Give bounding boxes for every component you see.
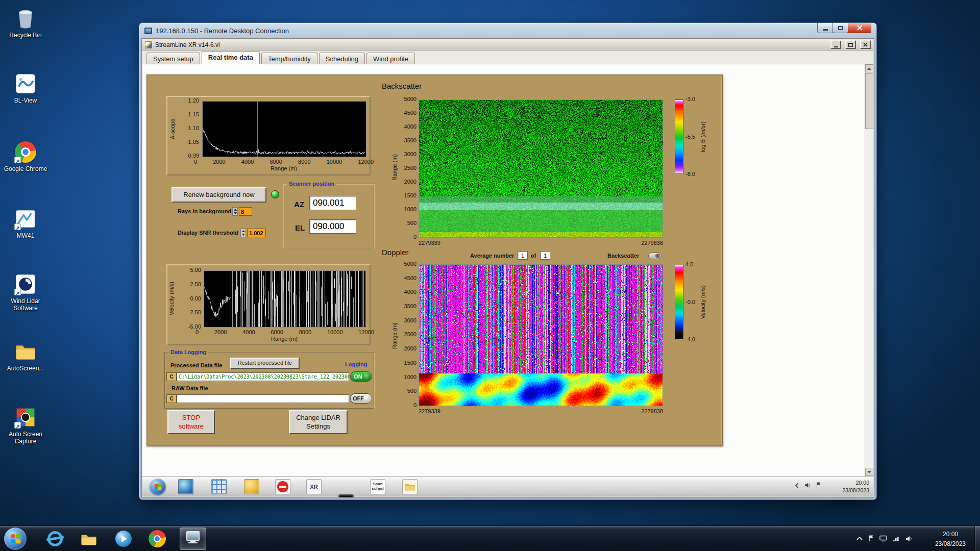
tab-system-setup[interactable]: System setup: [146, 53, 200, 64]
desktop-icon-autoscreen-folder[interactable]: AutoScreen...: [3, 339, 48, 372]
xr-launcher-icon[interactable]: XR: [306, 479, 322, 494]
snr-threshold-label: Display SNR threshold: [178, 230, 238, 236]
tick-label: 500: [407, 220, 416, 226]
desktop-icon-recycle-bin[interactable]: Recycle Bin: [3, 6, 48, 39]
explorer-folder-icon[interactable]: [402, 479, 418, 494]
volume-icon[interactable]: [905, 536, 913, 542]
snr-value-field[interactable]: 1.002: [247, 229, 266, 237]
rdp-titlebar[interactable]: 192.168.0.150 - Remote Desktop Connectio…: [139, 23, 876, 38]
scan-scheduler-icon[interactable]: Scan sched: [370, 479, 385, 494]
remote-desktop: StreamLine XR v14-6.vi System setup Real…: [141, 38, 874, 497]
velocity-y-ticks: 5.002.500.00-2.50-5.00: [178, 267, 201, 330]
stop-software-button[interactable]: STOP software: [167, 410, 215, 434]
processed-data-file-label: Processed Data file: [170, 362, 223, 368]
display-icon[interactable]: [879, 535, 887, 542]
chevron-left-icon[interactable]: [794, 483, 800, 488]
processed-logging-toggle[interactable]: ON: [350, 371, 372, 382]
raw-logging-toggle[interactable]: OFF: [350, 393, 372, 404]
average-total-field[interactable]: 1: [540, 251, 550, 260]
shortcut-arrow-icon: [14, 157, 21, 163]
tick-label: 4000: [404, 124, 416, 130]
el-value-field[interactable]: 090.000: [309, 219, 356, 234]
doppler-heatmap[interactable]: [419, 264, 663, 406]
az-value-field[interactable]: 090.001: [309, 196, 356, 210]
remote-grid-app-icon[interactable]: [211, 479, 227, 494]
tick-label: -0.0: [685, 299, 695, 305]
desktop-icon-bl-view[interactable]: BL-View: [3, 71, 48, 105]
app-window: StreamLine XR v14-6.vi System setup Real…: [141, 38, 874, 497]
desktop-icon-wind-lidar[interactable]: Wind Lidar Software: [3, 272, 48, 312]
scroll-up-arrow[interactable]: [865, 64, 873, 72]
stop-sign-icon[interactable]: [275, 479, 290, 494]
ascope-plot[interactable]: [202, 101, 366, 157]
tick-label: 5000: [404, 96, 416, 102]
raw-path-drive-button[interactable]: C: [166, 394, 177, 403]
app-restore-button[interactable]: [845, 40, 856, 49]
velocity-plot[interactable]: [204, 270, 366, 328]
desktop-icon-mw41[interactable]: MW41: [3, 207, 48, 240]
tick-label: 0: [413, 234, 416, 240]
chrome-taskbar-icon[interactable]: [147, 529, 167, 549]
file-explorer-icon[interactable]: [79, 529, 99, 549]
raw-path-field[interactable]: [177, 394, 349, 403]
tab-wind-profile[interactable]: Wind profile: [366, 53, 415, 64]
processed-path-field[interactable]: C:\Lidar\Data\Proc\2023\202308\20230823\…: [177, 372, 349, 381]
maximize-button[interactable]: [832, 23, 848, 33]
media-player-icon[interactable]: [113, 529, 134, 549]
internet-explorer-icon[interactable]: [45, 529, 65, 549]
backscatter-heatmap[interactable]: [419, 99, 663, 238]
data-logging-group: Data Logging Processed Data file Restart…: [164, 352, 375, 409]
gold-app-icon[interactable]: [244, 479, 259, 494]
volume-icon[interactable]: [804, 482, 811, 488]
rays-value-field[interactable]: 8: [239, 207, 252, 216]
close-button[interactable]: [848, 23, 871, 33]
app-close-button[interactable]: [860, 40, 871, 49]
rays-value: 8: [241, 209, 244, 215]
tick-label: 3500: [404, 304, 416, 309]
minimize-button[interactable]: [817, 23, 833, 33]
tab-real-time-data[interactable]: Real time data: [202, 51, 260, 64]
tick-label: 500: [407, 388, 416, 394]
app-minimize-button[interactable]: [830, 40, 841, 49]
remote-start-button[interactable]: [150, 479, 166, 495]
desktop-icon-auto-screen-capture[interactable]: Auto Screen Capture: [3, 405, 48, 445]
tab-scheduling[interactable]: Scheduling: [319, 53, 365, 64]
rays-spinner[interactable]: [232, 207, 238, 216]
desktop-icon-google-chrome[interactable]: Google Chrome: [3, 140, 48, 173]
action-center-flag-icon[interactable]: [868, 535, 874, 542]
scroll-down-arrow[interactable]: [865, 468, 873, 476]
app-titlebar[interactable]: StreamLine XR v14-6.vi: [142, 39, 873, 51]
tick-label: 10000: [327, 329, 343, 335]
command-prompt-icon[interactable]: [338, 494, 354, 497]
tray-expand-icon[interactable]: [856, 536, 863, 541]
snr-spinner[interactable]: [240, 229, 246, 237]
drive-letter: C: [169, 396, 173, 402]
of-label: of: [531, 253, 536, 259]
average-number-field[interactable]: 1: [518, 251, 528, 260]
taskbar-clock[interactable]: 20:00 23/08/2023: [935, 530, 966, 548]
show-desktop-button[interactable]: [974, 526, 980, 551]
tick-label: 1.20: [188, 98, 199, 104]
network-app-icon[interactable]: [178, 479, 193, 494]
tick-label: 0: [195, 329, 199, 335]
tab-temp-humidity[interactable]: Temp/humidity: [261, 53, 317, 64]
flag-icon[interactable]: [816, 482, 821, 488]
backscatter-toggle-switch[interactable]: [648, 253, 662, 259]
start-button[interactable]: [4, 528, 27, 550]
desktop-icon-label: MW41: [17, 233, 35, 240]
network-icon[interactable]: [893, 536, 900, 542]
processed-path-drive-button[interactable]: C: [166, 372, 177, 381]
doppler-x-stamps: 2279339 2279838: [419, 408, 663, 414]
scrollbar-thumb[interactable]: [865, 73, 873, 129]
backscatter-colorbar-ticks: -3.0-5.5-8.0: [685, 96, 695, 177]
renew-background-button[interactable]: Renew background now: [172, 187, 266, 203]
vertical-scrollbar[interactable]: [865, 64, 873, 476]
desktop-icon-label: AutoScreen...: [7, 365, 44, 372]
remote-clock[interactable]: 20:00 23/08/2023: [842, 479, 869, 494]
bl-view-icon: [13, 71, 38, 96]
restart-processed-file-button[interactable]: Restart processed file: [230, 358, 300, 369]
shortcut-arrow-icon: [14, 289, 21, 295]
tick-label: 2000: [214, 329, 227, 335]
rdp-taskbar-button-active[interactable]: [180, 528, 206, 550]
change-lidar-settings-button[interactable]: Change LiDAR Settings: [289, 410, 348, 434]
